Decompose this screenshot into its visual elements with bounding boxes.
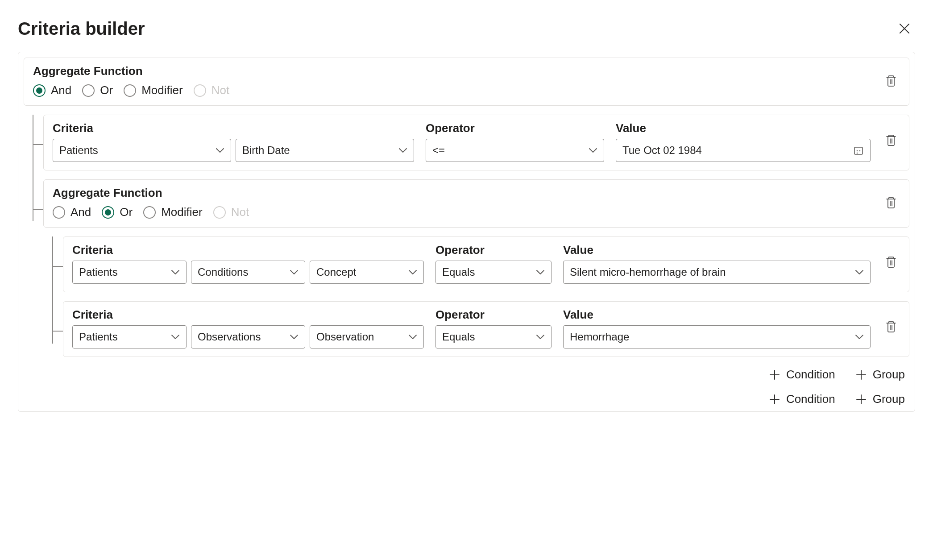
radio-or[interactable]: Or — [102, 205, 133, 219]
criteria-select-relation[interactable]: Observations — [191, 325, 305, 348]
chevron-down-icon — [290, 268, 299, 276]
trash-icon — [885, 133, 897, 147]
criteria-select-entity[interactable]: Patients — [72, 261, 187, 284]
value-label: Value — [616, 121, 871, 135]
plus-icon — [855, 369, 867, 381]
trash-icon — [885, 255, 897, 269]
radio-icon — [213, 206, 226, 219]
radio-label: Modifier — [141, 83, 182, 97]
chevron-down-icon — [536, 333, 545, 341]
inner-group-actions: Condition Group — [43, 368, 909, 382]
select-value: Patients — [79, 266, 118, 278]
chevron-down-icon — [290, 333, 299, 341]
calendar-icon — [853, 145, 864, 156]
chevron-down-icon — [855, 268, 864, 276]
chevron-down-icon — [855, 333, 864, 341]
criteria-row: Criteria Patients Birth Date — [43, 115, 909, 170]
criteria-select-relation[interactable]: Conditions — [191, 261, 305, 284]
plus-icon — [768, 393, 781, 406]
radio-label: Not — [231, 205, 249, 219]
value-date-input[interactable]: Tue Oct 02 1984 — [616, 139, 871, 162]
radio-label: Not — [211, 83, 229, 97]
select-value: Patients — [59, 144, 98, 157]
plus-icon — [855, 393, 867, 406]
chevron-down-icon — [536, 268, 545, 276]
chevron-down-icon — [408, 268, 417, 276]
criteria-select-field[interactable]: Birth Date — [236, 139, 414, 162]
aggregate-group-header: Aggregate Function And Or Modifier — [24, 58, 909, 106]
radio-icon — [124, 84, 136, 97]
delete-row-button[interactable] — [882, 131, 900, 149]
radio-icon — [143, 206, 156, 219]
chevron-down-icon — [171, 333, 180, 341]
select-value: Birth Date — [242, 144, 290, 157]
page-title: Criteria builder — [18, 19, 145, 39]
select-value: Conditions — [198, 266, 248, 278]
trash-icon — [885, 320, 897, 333]
criteria-builder-root: Aggregate Function And Or Modifier — [18, 52, 915, 412]
chevron-down-icon — [216, 146, 224, 154]
add-group-button[interactable]: Group — [855, 368, 905, 382]
close-button[interactable] — [894, 18, 915, 39]
value-label: Value — [563, 308, 871, 322]
radio-or[interactable]: Or — [82, 83, 113, 97]
operator-label: Operator — [435, 243, 552, 257]
delete-group-button[interactable] — [882, 71, 900, 90]
add-condition-button[interactable]: Condition — [768, 392, 835, 406]
add-group-button[interactable]: Group — [855, 392, 905, 406]
radio-and[interactable]: And — [33, 83, 71, 97]
delete-group-button[interactable] — [882, 193, 900, 212]
operator-select[interactable]: Equals — [435, 261, 552, 284]
value-select[interactable]: Hemorrhage — [563, 325, 871, 348]
radio-modifier[interactable]: Modifier — [124, 83, 182, 97]
aggregate-group-header: Aggregate Function And Or — [43, 179, 909, 228]
select-value: Hemorrhage — [570, 331, 629, 343]
operator-select[interactable]: <= — [426, 139, 604, 162]
criteria-label: Criteria — [72, 243, 424, 257]
chevron-down-icon — [408, 333, 417, 341]
criteria-select-field[interactable]: Concept — [310, 261, 424, 284]
outer-group-actions: Condition Group — [24, 392, 909, 406]
select-value: <= — [432, 144, 445, 157]
add-condition-label: Condition — [786, 368, 835, 382]
trash-icon — [885, 74, 897, 87]
criteria-label: Criteria — [53, 121, 414, 135]
add-group-label: Group — [873, 368, 905, 382]
select-value: Silent micro-hemorrhage of brain — [570, 266, 726, 278]
criteria-row: Criteria Patients Conditions — [63, 236, 909, 292]
close-icon — [898, 22, 911, 35]
aggregate-function-label: Aggregate Function — [53, 186, 249, 200]
chevron-down-icon — [589, 146, 597, 154]
radio-label: Modifier — [161, 205, 202, 219]
criteria-select-entity[interactable]: Patients — [72, 325, 187, 348]
criteria-select-entity[interactable]: Patients — [53, 139, 231, 162]
radio-label: And — [51, 83, 71, 97]
plus-icon — [768, 369, 781, 381]
radio-not: Not — [213, 205, 249, 219]
radio-label: Or — [120, 205, 133, 219]
date-value: Tue Oct 02 1984 — [622, 144, 702, 157]
criteria-select-field[interactable]: Observation — [310, 325, 424, 348]
operator-label: Operator — [435, 308, 552, 322]
delete-row-button[interactable] — [882, 253, 900, 271]
radio-icon — [82, 84, 95, 97]
radio-icon — [33, 84, 46, 97]
operator-select[interactable]: Equals — [435, 325, 552, 348]
trash-icon — [885, 196, 897, 209]
add-condition-button[interactable]: Condition — [768, 368, 835, 382]
criteria-label: Criteria — [72, 308, 424, 322]
select-value: Equals — [442, 331, 475, 343]
radio-and[interactable]: And — [53, 205, 91, 219]
value-select[interactable]: Silent micro-hemorrhage of brain — [563, 261, 871, 284]
radio-icon — [102, 206, 114, 219]
radio-label: And — [70, 205, 91, 219]
radio-modifier[interactable]: Modifier — [143, 205, 202, 219]
select-value: Observations — [198, 331, 261, 343]
add-group-label: Group — [873, 392, 905, 406]
value-label: Value — [563, 243, 871, 257]
add-condition-label: Condition — [786, 392, 835, 406]
delete-row-button[interactable] — [882, 317, 900, 336]
operator-label: Operator — [426, 121, 604, 135]
criteria-row: Criteria Patients Observations — [63, 301, 909, 357]
select-value: Equals — [442, 266, 475, 278]
